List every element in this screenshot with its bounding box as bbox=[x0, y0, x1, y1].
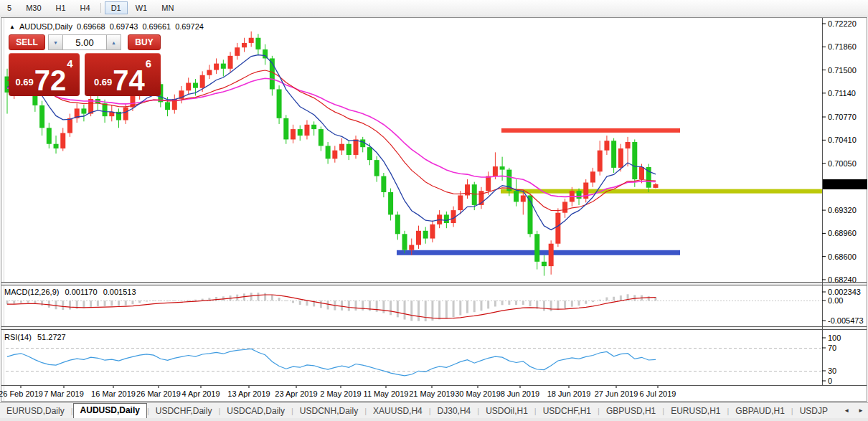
macd-histogram-bar bbox=[174, 301, 176, 301]
timeframe-button-H1[interactable]: H1 bbox=[49, 1, 72, 14]
volume-input[interactable]: 5.00 bbox=[63, 34, 106, 50]
macd-histogram-bar bbox=[264, 293, 266, 301]
timeframe-button-D1[interactable]: D1 bbox=[105, 1, 128, 14]
tab-eurusd-h1[interactable]: EURUSD,H1 bbox=[664, 405, 727, 418]
candle-body bbox=[367, 147, 372, 160]
sell-price-pip: 4 bbox=[67, 57, 72, 70]
macd-histogram-bar bbox=[599, 300, 601, 301]
macd-histogram-bar bbox=[445, 301, 448, 318]
macd-histogram-bar bbox=[299, 301, 301, 305]
macd-axis-label: -0.005473 bbox=[828, 316, 864, 325]
timeframe-button-MN[interactable]: MN bbox=[155, 1, 180, 14]
buy-button[interactable]: BUY bbox=[128, 34, 161, 50]
candle-body bbox=[67, 118, 72, 133]
date-axis-label: 23 Apr 2019 bbox=[275, 389, 317, 398]
candle-body bbox=[283, 118, 288, 140]
buy-price-box[interactable]: 0.69 74 6 bbox=[85, 53, 161, 96]
tab-xauusd-h4[interactable]: XAUUSD,H4 bbox=[367, 405, 429, 418]
candle-body bbox=[39, 105, 44, 128]
macd-histogram-bar bbox=[648, 296, 650, 301]
candle-body bbox=[521, 195, 526, 202]
candle-body bbox=[326, 146, 331, 159]
tab-usdchf-h1[interactable]: USDCHF,H1 bbox=[537, 405, 598, 418]
macd-histogram-bar bbox=[376, 301, 378, 312]
date-axis-label: 8 Jun 2019 bbox=[501, 389, 539, 398]
macd-histogram-bar bbox=[138, 301, 141, 303]
tab-dj30-h4[interactable]: DJ30,H4 bbox=[431, 405, 478, 418]
candle-body bbox=[626, 142, 631, 148]
candle-body bbox=[500, 166, 505, 169]
tab-gbpaud-h1[interactable]: GBPAUD,H1 bbox=[729, 405, 791, 418]
candle-body bbox=[123, 108, 128, 120]
macd-histogram-bar bbox=[404, 301, 406, 320]
macd-histogram-bar bbox=[453, 301, 455, 317]
macd-histogram-bar bbox=[69, 301, 71, 310]
candle-body bbox=[81, 108, 86, 113]
rsi-value: 51.2727 bbox=[37, 333, 66, 341]
candle-body bbox=[381, 176, 386, 192]
candle-body bbox=[291, 129, 296, 139]
candle-body bbox=[298, 129, 303, 136]
candle-body bbox=[590, 171, 595, 182]
macd-pane bbox=[6, 293, 821, 321]
macd-histogram-bar bbox=[278, 298, 280, 301]
tab-scroll-right-button[interactable]: ► bbox=[854, 407, 868, 414]
low-value: 0.69661 bbox=[142, 22, 171, 31]
rsi-line bbox=[7, 349, 656, 375]
sell-price-box[interactable]: 0.69 72 4 bbox=[9, 53, 80, 96]
candle-body bbox=[47, 128, 52, 143]
tab-usdoil-h1[interactable]: USDOil,H1 bbox=[479, 405, 534, 418]
macd-histogram-bar bbox=[202, 299, 204, 301]
candle-body bbox=[409, 245, 414, 250]
buy-price-big: 74 bbox=[113, 68, 145, 93]
date-axis-label: 26 Mar 2019 bbox=[136, 389, 181, 398]
timeframe-button-W1[interactable]: W1 bbox=[129, 1, 154, 14]
tab-usdjp[interactable]: USDJP bbox=[793, 405, 834, 418]
macd-histogram-bar bbox=[613, 297, 615, 301]
macd-histogram-bar bbox=[487, 301, 489, 308]
volume-increase-button[interactable]: ▲ bbox=[106, 34, 121, 50]
price-axis-label: 0.70770 bbox=[828, 113, 857, 121]
neckline-line[interactable] bbox=[501, 189, 822, 194]
candle-body bbox=[444, 214, 449, 223]
candle-body bbox=[416, 231, 421, 245]
sell-button[interactable]: SELL bbox=[9, 34, 45, 50]
macd-histogram-bar bbox=[425, 301, 427, 321]
price-axis-label: 0.71140 bbox=[828, 89, 856, 98]
macd-axis-label: 0.002343 bbox=[828, 288, 861, 296]
macd-histogram-bar bbox=[515, 301, 517, 305]
macd-histogram-bar bbox=[20, 301, 22, 303]
tab-audusd-daily[interactable]: AUDUSD,Daily bbox=[73, 403, 147, 419]
candle-body bbox=[465, 184, 470, 195]
tab-usdchf-daily[interactable]: USDCHF,Daily bbox=[149, 405, 219, 418]
tab-scroll-left-button[interactable]: ◄ bbox=[839, 407, 854, 414]
candle-body bbox=[632, 142, 637, 179]
timeframe-button-H4[interactable]: H4 bbox=[74, 1, 97, 14]
timeframe-button-M30[interactable]: M30 bbox=[19, 1, 47, 14]
collapse-triangle-icon[interactable]: ▲ bbox=[9, 24, 15, 30]
date-axis-label: 16 Mar 2019 bbox=[91, 389, 136, 398]
candle-body bbox=[577, 191, 582, 199]
tab-usdcad-daily[interactable]: USDCAD,Daily bbox=[220, 405, 291, 418]
tab-eurusd-daily[interactable]: EURUSD,Daily bbox=[0, 405, 71, 418]
timeframe-button-5[interactable]: 5 bbox=[1, 1, 18, 14]
macd-indicator-label: MACD(12,26,9) 0.001170 0.001513 bbox=[4, 288, 140, 296]
sell-price-prefix: 0.69 bbox=[15, 77, 33, 87]
candle-body bbox=[332, 151, 337, 159]
macd-histogram-bar bbox=[620, 295, 622, 301]
price-axis-label: 0.68240 bbox=[828, 275, 857, 284]
macd-histogram-bar bbox=[529, 301, 532, 306]
macd-histogram-bar bbox=[250, 293, 253, 301]
candle-body bbox=[207, 70, 212, 75]
candle-body bbox=[221, 64, 226, 69]
tab-gbpusd-h1[interactable]: GBPUSD,H1 bbox=[600, 405, 662, 418]
date-axis-label: 27 Jun 2019 bbox=[595, 389, 638, 398]
candle-body bbox=[653, 184, 658, 188]
tab-usdcnh-daily[interactable]: USDCNH,Daily bbox=[293, 405, 364, 418]
candle-body bbox=[486, 176, 491, 191]
resistance-line[interactable] bbox=[501, 128, 680, 133]
candle-body bbox=[374, 160, 379, 176]
macd-histogram-bar bbox=[327, 301, 329, 310]
timeframe-toolbar: 5M30H1H4D1W1MN bbox=[0, 0, 868, 16]
volume-decrease-button[interactable]: ▼ bbox=[48, 34, 63, 50]
